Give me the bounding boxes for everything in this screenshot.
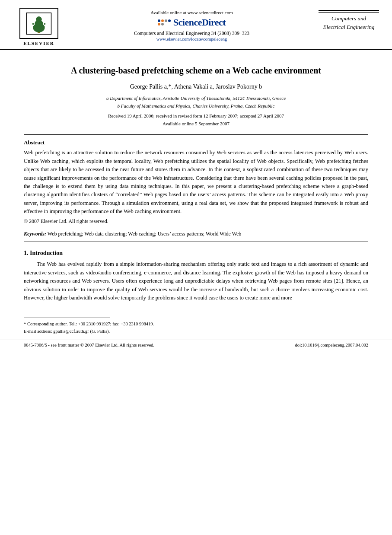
main-content: A clustering-based prefetching scheme on… [0,50,392,314]
abstract-title: Abstract [24,139,368,146]
footnote: * Corresponding author. Tel.: +30 2310 9… [24,321,368,335]
header: ELSEVIER Available online at www.science… [0,0,392,50]
sd-dot-6 [161,23,164,25]
elsevier-label: ELSEVIER [23,41,54,46]
journal-brand-line1: Computers and [331,15,366,22]
journal-url: www.elsevier.com/locate/compeleceng [65,37,319,41]
elsevier-logo: ELSEVIER [13,8,65,46]
authors: George Pallis a,*, Athena Vakali a, Jaro… [24,83,368,90]
journal-brand-line2: Electrical Engineering [323,24,375,30]
available-online-date: Available online 5 September 2007 [24,120,368,128]
affiliation-b: b Faculty of Mathematics and Physics, Ch… [24,102,368,110]
affiliation-a: a Department of Informatics, Aristotle U… [24,95,368,102]
paper-title: A clustering-based prefetching scheme on… [24,64,368,76]
abstract-text: Web prefetching is an attractive solutio… [24,149,368,216]
copyright: © 2007 Elsevier Ltd. All rights reserved… [24,218,368,225]
divider-1 [24,134,368,135]
sd-dot-4 [168,19,171,22]
thin-line [319,12,379,13]
journal-name: Computers and Electrical Engineering 34 … [65,31,319,36]
keywords: Keywords: Web prefetching; Web data clus… [24,231,368,237]
dates: Received 19 April 2006; received in revi… [24,112,368,127]
issn-text: 0045-7906/$ - see front matter © 2007 El… [24,343,154,347]
elsevier-logo-section: ELSEVIER [13,8,65,46]
header-right: Computers and Electrical Engineering [319,8,379,31]
sd-dot-2 [161,19,164,22]
footnote-divider [24,318,110,318]
journal-brand-title: Computers and Electrical Engineering [319,14,379,31]
abstract-section: Abstract Web prefetching is an attractiv… [24,139,368,225]
doi-text: doi:10.1016/j.compeleceng.2007.04.002 [295,343,368,347]
thick-line [319,10,379,11]
sd-dots-icon [158,19,171,25]
page-footer: 0045-7906/$ - see front matter © 2007 El… [0,340,392,350]
section1-para1: The Web has evolved rapidly from a simpl… [24,260,368,302]
section1-title: 1. Introduction [24,250,368,257]
sd-dot-1 [158,19,160,22]
sd-dot-3 [165,19,167,22]
corresponding-author: * Corresponding author. Tel.: +30 2310 9… [24,321,368,328]
keywords-text: Web prefetching; Web data clustering; We… [48,231,242,237]
sciencedirect-logo: ScienceDirect [65,17,319,28]
svg-point-4 [33,25,35,28]
svg-point-3 [36,16,42,22]
svg-point-6 [32,23,34,25]
received-dates: Received 19 April 2006; received in revi… [24,112,368,120]
header-center: Available online at www.sciencedirect.co… [65,8,319,41]
page: ELSEVIER Available online at www.science… [0,0,392,535]
decorative-lines [319,10,379,13]
journal-brand: Computers and Electrical Engineering [319,14,379,31]
sd-dot-5 [158,23,160,25]
svg-point-5 [43,25,45,28]
elsevier-box [19,8,58,39]
email: E-mail address: gpallis@ccf.auth.gr (G. … [24,328,368,335]
sciencedirect-name: ScienceDirect [173,17,226,28]
available-online-text: Available online at www.sciencedirect.co… [65,10,319,15]
keywords-label: Keywords: [24,231,46,237]
affiliations: a Department of Informatics, Aristotle U… [24,95,368,110]
footer: * Corresponding author. Tel.: +30 2310 9… [0,318,392,340]
elsevier-tree-icon [26,12,52,35]
svg-point-7 [44,23,46,25]
divider-2 [24,242,368,242]
